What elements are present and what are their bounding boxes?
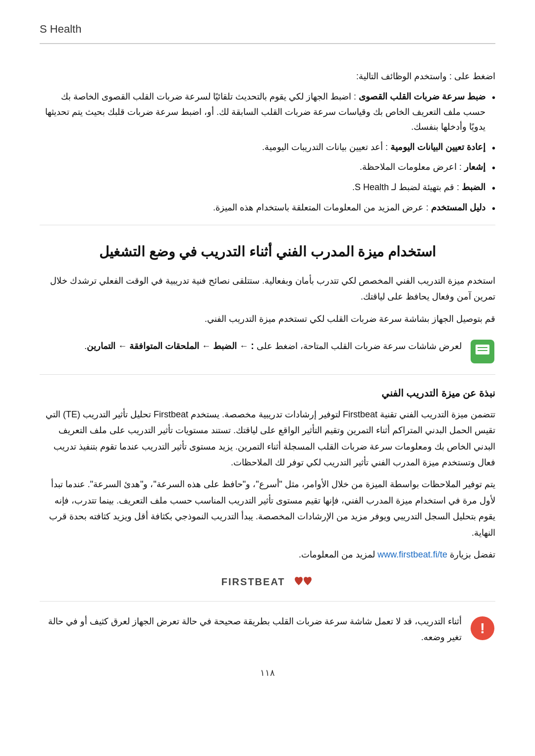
page-number: ١١٨ bbox=[40, 665, 495, 681]
bullet-text-2: : أعد تعيين بيانات التدريبات اليومية. bbox=[262, 142, 388, 152]
section2-subtitle: نبذة عن ميزة التدريب الفني bbox=[40, 385, 495, 402]
section1-title: استخدام ميزة المدرب الفني أثناء التدريب … bbox=[40, 240, 495, 264]
brand-logo: FIRSTBEAT bbox=[40, 572, 495, 591]
colon-symbol: : bbox=[251, 340, 254, 351]
section2-para3: تفضل بزيارة www.firstbeat.fi/te لمزيد من… bbox=[40, 547, 495, 562]
warning-icon: ! bbox=[470, 615, 495, 641]
settings-label: الضبط bbox=[213, 341, 237, 351]
list-item: ضبط سرعة ضربات القلب القصوى : اضبط الجها… bbox=[40, 89, 495, 135]
section2-para2: يتم توفير الملاحظات بواسطة الميزة من خلا… bbox=[40, 476, 495, 541]
app-header: S Health bbox=[40, 20, 495, 44]
section1-para2: قم بتوصيل الجهاز بشاشة سرعة ضربات القلب … bbox=[40, 311, 495, 327]
brand-label: FIRSTBEAT bbox=[221, 576, 285, 587]
section1-para1: استخدم ميزة التدريب الفني المخصص لكي تتد… bbox=[40, 273, 495, 305]
warning-text: أثناء التدريب، قد لا تعمل شاشة سرعة ضربا… bbox=[40, 613, 462, 646]
list-item: الضبط : قم بتهيئة لضبط لـ S Health. bbox=[40, 180, 495, 195]
section-divider-3 bbox=[40, 601, 495, 602]
svg-rect-1 bbox=[476, 345, 489, 354]
bullet-bold-3: إشعار bbox=[464, 162, 485, 172]
brand-icon bbox=[291, 572, 314, 591]
bullet-bold-1: ضبط سرعة ضربات القلب القصوى bbox=[359, 92, 485, 101]
note-icon bbox=[470, 339, 495, 364]
bullet-bold-4: الضبط bbox=[462, 182, 485, 192]
note-box: لعرض شاشات سرعة ضربات القلب المتاحة، اضغ… bbox=[40, 337, 495, 364]
list-item: إعادة تعيين البيانات اليومية : أعد تعيين… bbox=[40, 140, 495, 155]
note-text: لعرض شاشات سرعة ضربات القلب المتاحة، اضغ… bbox=[40, 337, 462, 354]
list-item: دليل المستخدم : عرض المزيد من المعلومات … bbox=[40, 200, 495, 215]
section-divider bbox=[40, 225, 495, 225]
bullet-text-3: : اعرض معلومات الملاحظة. bbox=[360, 162, 462, 172]
exercises-label: التمارين bbox=[87, 341, 115, 351]
list-item: إشعار : اعرض معلومات الملاحظة. bbox=[40, 159, 495, 175]
section2-para1: تتضمن ميزة التدريب الفني تقنية Firstbeat… bbox=[40, 406, 495, 471]
app-name: S Health bbox=[40, 23, 81, 35]
warning-box: ! أثناء التدريب، قد لا تعمل شاشة سرعة ضر… bbox=[40, 613, 495, 646]
intro-line: اضغط على : واستخدم الوظائف التالية: bbox=[40, 69, 495, 84]
section-divider-2 bbox=[40, 374, 495, 375]
bullet-text-5: : عرض المزيد من المعلومات المتعلقة باستخ… bbox=[213, 202, 428, 212]
bullet-bold-5: دليل المستخدم bbox=[431, 202, 485, 212]
firstbeat-link[interactable]: www.firstbeat.fi/te bbox=[377, 550, 447, 559]
function-list: ضبط سرعة ضربات القلب القصوى : اضبط الجها… bbox=[40, 89, 495, 215]
svg-text:!: ! bbox=[480, 620, 485, 636]
bullet-text-4: : قم بتهيئة لضبط لـ S Health. bbox=[352, 182, 459, 192]
bullet-bold-2: إعادة تعيين البيانات اليومية bbox=[390, 142, 485, 152]
accessories-label: الملحقات المتوافقة bbox=[129, 341, 199, 351]
